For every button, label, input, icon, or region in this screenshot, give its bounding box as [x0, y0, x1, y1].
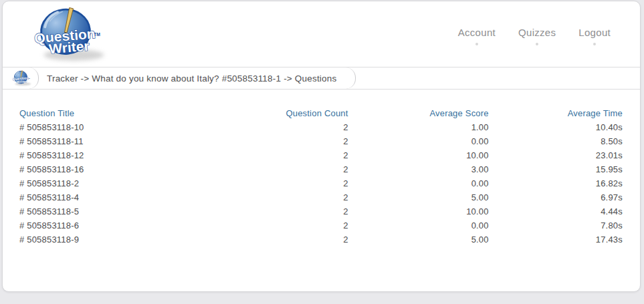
nav-label-account: Account: [458, 27, 496, 38]
question-count-cell: 2: [225, 149, 348, 163]
average-time-cell: 10.40s: [489, 121, 623, 135]
average-time-cell: 17.43s: [489, 233, 623, 247]
col-header-question-title[interactable]: Question Title: [19, 107, 225, 121]
question-count-cell: 2: [225, 177, 348, 191]
question-count-cell: 2: [225, 219, 348, 233]
table-row: # 505853118-12 2 10.00 23.01s: [19, 149, 623, 163]
question-title-cell: # 505853118-9: [19, 233, 225, 247]
nav-dot-icon: [475, 43, 478, 45]
average-time-cell: 16.82s: [489, 177, 623, 191]
question-title-cell: # 505853118-10: [19, 121, 225, 135]
table-row: # 505853118-9 2 5.00 17.43s: [19, 233, 623, 247]
table-row: # 505853118-11 2 0.00 8.50s: [19, 135, 623, 149]
average-time-cell: 15.95s: [489, 163, 623, 177]
average-score-cell: 5.00: [348, 233, 489, 247]
question-title-cell: # 505853118-16: [19, 163, 225, 177]
nav-label-quizzes: Quizzes: [518, 27, 556, 38]
question-count-cell: 2: [225, 163, 348, 177]
table-row: # 505853118-4 2 5.00 6.97s: [19, 191, 623, 205]
question-title-cell: # 505853118-12: [19, 149, 225, 163]
header: Account Quizzes Logout: [3, 1, 640, 67]
question-title-cell: # 505853118-6: [19, 219, 225, 233]
question-title-cell: # 505853118-5: [19, 205, 225, 219]
questions-table: Question Title Question Count Average Sc…: [19, 107, 623, 247]
nav-dot-icon: [536, 43, 538, 45]
average-score-cell: 10.00: [348, 205, 489, 219]
table-row: # 505853118-2 2 0.00 16.82s: [19, 177, 623, 191]
question-title-cell: # 505853118-4: [19, 191, 225, 205]
question-title-cell: # 505853118-11: [19, 135, 225, 149]
table-row: # 505853118-10 2 1.00 10.40s: [19, 121, 623, 135]
breadcrumb-path[interactable]: Tracker -> What do you know about Italy?…: [47, 73, 336, 84]
question-title-cell: # 505853118-2: [19, 177, 225, 191]
average-time-cell: 23.01s: [489, 149, 623, 163]
question-writer-logo-small-icon: [8, 69, 33, 87]
breadcrumb-bar: Tracker -> What do you know about Italy?…: [3, 67, 640, 90]
nav-item-account[interactable]: Account: [458, 27, 496, 45]
table-row: # 505853118-16 2 3.00 15.95s: [19, 163, 623, 177]
main-nav: Account Quizzes Logout: [458, 27, 611, 45]
average-score-cell: 0.00: [348, 177, 489, 191]
table-header-row: Question Title Question Count Average Sc…: [19, 107, 623, 121]
question-writer-logo[interactable]: [17, 4, 114, 65]
table-row: # 505853118-6 2 0.00 7.80s: [19, 219, 623, 233]
average-score-cell: 1.00: [348, 121, 489, 135]
average-score-cell: 5.00: [348, 191, 489, 205]
question-count-cell: 2: [225, 233, 348, 247]
nav-item-quizzes[interactable]: Quizzes: [518, 27, 556, 45]
question-count-cell: 2: [225, 205, 348, 219]
nav-item-logout[interactable]: Logout: [578, 27, 611, 45]
question-count-cell: 2: [225, 135, 348, 149]
table-row: # 505853118-5 2 10.00 4.44s: [19, 205, 623, 219]
app-window: Account Quizzes Logout Tracker -> What d…: [2, 1, 641, 292]
nav-label-logout: Logout: [578, 27, 611, 38]
average-time-cell: 6.97s: [489, 191, 623, 205]
average-score-cell: 0.00: [348, 219, 489, 233]
average-score-cell: 0.00: [348, 135, 489, 149]
average-time-cell: 8.50s: [489, 135, 623, 149]
nav-dot-icon: [593, 43, 596, 45]
breadcrumb: Tracker -> What do you know about Italy?…: [39, 67, 356, 89]
breadcrumb-home-logo[interactable]: [3, 67, 39, 89]
average-time-cell: 4.44s: [489, 205, 623, 219]
question-count-cell: 2: [225, 191, 348, 205]
average-score-cell: 10.00: [348, 149, 489, 163]
col-header-average-time[interactable]: Average Time: [489, 107, 623, 121]
question-count-cell: 2: [225, 121, 348, 135]
main-content: Question Title Question Count Average Sc…: [3, 90, 640, 247]
col-header-average-score[interactable]: Average Score: [348, 107, 489, 121]
average-time-cell: 7.80s: [489, 219, 623, 233]
col-header-question-count[interactable]: Question Count: [225, 107, 348, 121]
average-score-cell: 3.00: [348, 163, 489, 177]
question-writer-logo-icon: [17, 4, 114, 65]
